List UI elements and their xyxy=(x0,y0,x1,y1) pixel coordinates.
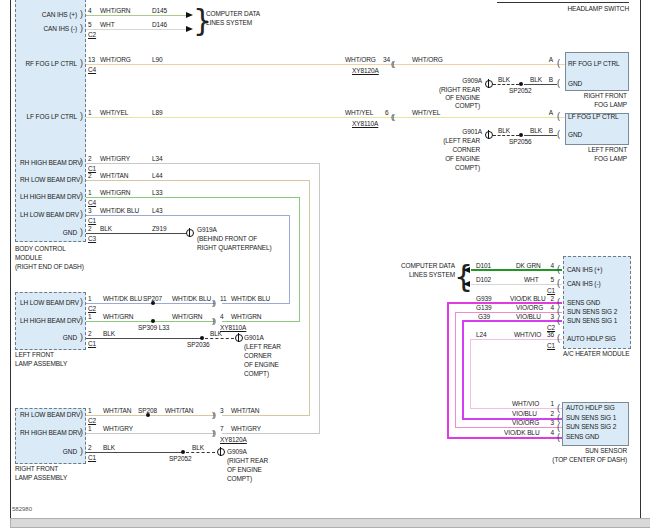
connector-link-xy8110a[interactable]: XY8110A xyxy=(352,120,378,127)
wire-rh-low xyxy=(86,180,310,181)
splice-dot-icon xyxy=(146,413,150,417)
wire-label: WHT/DK BLU xyxy=(172,295,211,302)
pin-number: 3 xyxy=(88,207,92,214)
pin-number: 1 xyxy=(88,109,92,116)
connector-link-xy8120a[interactable]: XY8120A xyxy=(352,67,379,74)
rf-fog-name-2: FOG LAMP xyxy=(565,101,627,108)
connector-link-c1[interactable]: C1 xyxy=(88,165,96,172)
wire-rf-fog-gnd xyxy=(524,84,557,85)
ac-pin-sig2: SUN SENS SIG 2 xyxy=(567,308,617,315)
connector-link-c2[interactable]: C2 xyxy=(88,417,96,424)
ac-module-name: A/C HEATER MODULE xyxy=(563,350,629,357)
wire-label: BLK xyxy=(498,127,510,134)
circuit-label: Z919 xyxy=(152,225,166,232)
pin-arc-icon: ( xyxy=(557,316,560,325)
pin-arc-icon: ) xyxy=(80,316,83,325)
connector-link-c1[interactable]: C1 xyxy=(88,454,96,461)
pin-arc-icon: ( xyxy=(557,265,560,274)
wire-label: BLK xyxy=(210,330,222,337)
connector-link-c2[interactable]: C2 xyxy=(88,31,96,38)
right-lamp-name-1: RIGHT FRONT xyxy=(15,465,58,472)
wire-rh-high-lamp xyxy=(86,433,215,434)
wire-label: WHT/GRN xyxy=(100,189,130,196)
pin-arc-icon: ( xyxy=(557,404,560,413)
ground-location: (RIGHT REAR xyxy=(424,86,480,93)
connector-link-xy8110a[interactable]: XY8110A xyxy=(220,324,246,331)
wire-label: WHT/YEL xyxy=(412,109,440,116)
pin-number: 4 xyxy=(540,262,554,269)
connector-link-c4[interactable]: C4 xyxy=(88,66,96,73)
bcm-pin-lh-low: LH LOW BEAM DRV xyxy=(20,211,77,218)
inline-connector-icon: )) xyxy=(212,299,214,307)
wire-bcm-gnd xyxy=(86,233,186,234)
pin-number: 2 xyxy=(88,225,92,232)
rf-fog-pin-ctrl: RF FOG LP CTRL xyxy=(568,60,620,67)
page-right-border xyxy=(640,0,641,518)
splice-dot-icon xyxy=(151,319,155,323)
splice-label: SP2036 xyxy=(187,341,210,348)
wire-gnd-dashed xyxy=(205,338,234,339)
circuit-label: D101 xyxy=(476,262,491,269)
wire-label: BLK xyxy=(530,76,542,83)
connector-link-c2[interactable]: C2 xyxy=(547,324,555,331)
inline-pin: 7 xyxy=(220,425,224,432)
lamp-pin-rh-low: RH LOW BEAM DRV xyxy=(20,411,77,418)
sun-pin-auto-hdlp: AUTO HDLP SIG xyxy=(566,404,615,411)
connector-link-c3[interactable]: C3 xyxy=(88,235,96,242)
wire-sig2-bottom xyxy=(455,427,562,428)
right-lamp-name-2: LAMP ASSEMBLY xyxy=(15,474,67,481)
connector-link-c1[interactable]: C1 xyxy=(547,287,555,294)
wire-label: BLK xyxy=(100,225,112,232)
connector-link-c2[interactable]: C2 xyxy=(88,305,96,312)
circuit-label: G139 xyxy=(476,304,492,311)
arrow-left-icon xyxy=(463,281,470,287)
ground-name: G901A xyxy=(420,128,482,135)
circuit-label: L44 xyxy=(152,172,163,179)
arrow-right-icon xyxy=(186,26,193,32)
connector-link-c1[interactable]: C1 xyxy=(88,217,96,224)
connector-link-c4[interactable]: C4 xyxy=(88,199,96,206)
sun-pin-sens-gnd: SENS GND xyxy=(566,433,599,440)
connector-link-c1[interactable]: C1 xyxy=(88,340,96,347)
wire-label: WHT/GRN xyxy=(172,313,202,320)
horizontal-scrollbar[interactable] xyxy=(10,518,650,528)
circuit-label: D146 xyxy=(152,21,167,28)
pin-number: 3 xyxy=(540,313,554,320)
circuit-label: G939 xyxy=(476,295,492,302)
pin-arc-icon: ( xyxy=(557,79,560,88)
wire-label: WHT/YEL xyxy=(100,109,128,116)
ac-pin-can-minus: CAN IHS (-) xyxy=(567,280,601,287)
wire-label: VIO/BLU xyxy=(512,410,537,417)
wire-can-plus xyxy=(86,15,186,16)
circuit-label: L43 xyxy=(152,207,163,214)
wire-label: DK GRN xyxy=(516,262,541,269)
ground-icon xyxy=(485,131,493,139)
lf-fog-name-2: FOG LAMP xyxy=(565,155,627,162)
wire-label: WHT xyxy=(100,21,115,28)
pin-arc-icon: ) xyxy=(80,428,83,437)
wire-label: BLK xyxy=(103,330,115,337)
wire-gnd-dashed xyxy=(493,135,519,136)
wire-rh-low-vert xyxy=(309,180,310,416)
wire-lf-fog-gnd xyxy=(524,135,557,136)
sun-pin-sig1: SUN SENS SIG 1 xyxy=(566,414,616,421)
pin-number: 1 xyxy=(88,407,92,414)
data-lines-label-2: LINES SYSTEM xyxy=(206,19,252,26)
circuit-label: L89 xyxy=(152,109,163,116)
wire-label: WHT/GRY xyxy=(100,155,130,162)
headlamp-switch-box-edge xyxy=(497,2,629,3)
lamp-pin-gnd: GND xyxy=(20,334,77,341)
wire-label: VIO/DK BLU xyxy=(504,429,539,436)
wire-lh-low-bottom xyxy=(222,303,289,304)
pin-arc-icon: ( xyxy=(557,112,560,121)
wire-sens-gnd-bottom xyxy=(447,437,562,439)
circuit-label: L34 xyxy=(152,155,163,162)
connector-link-c1[interactable]: C1 xyxy=(547,342,555,349)
pin-arc-icon: ) xyxy=(80,410,83,419)
wire-label: WHT xyxy=(524,276,539,283)
wire-rh-gnd xyxy=(86,452,184,453)
pin-arc-icon: ) xyxy=(80,228,83,237)
inline-pin: 34 xyxy=(383,56,390,63)
wire-auto-hdlp-bottom xyxy=(470,408,562,409)
connector-link-xy8120a[interactable]: XY8120A xyxy=(220,436,247,443)
